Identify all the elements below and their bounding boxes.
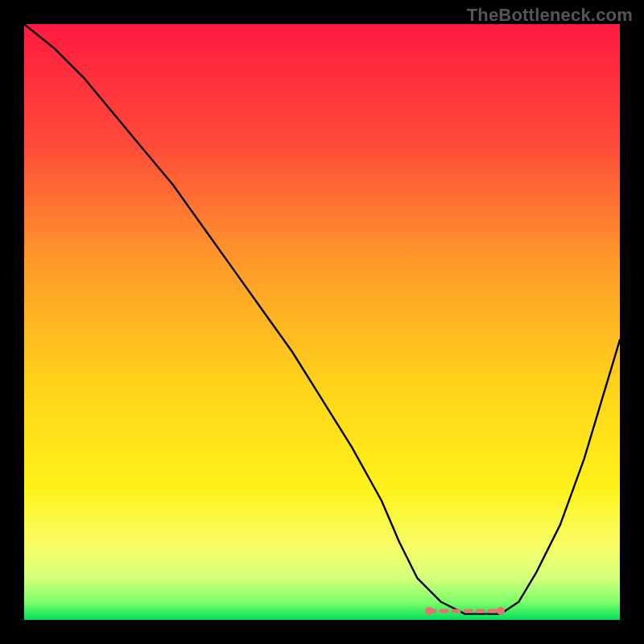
chart-stage: TheBottleneck.com — [0, 0, 644, 644]
watermark-text: TheBottleneck.com — [467, 5, 633, 26]
optimal-start-dot — [425, 607, 433, 615]
bottleneck-chart — [0, 0, 644, 644]
optimal-end-dot — [497, 607, 505, 615]
